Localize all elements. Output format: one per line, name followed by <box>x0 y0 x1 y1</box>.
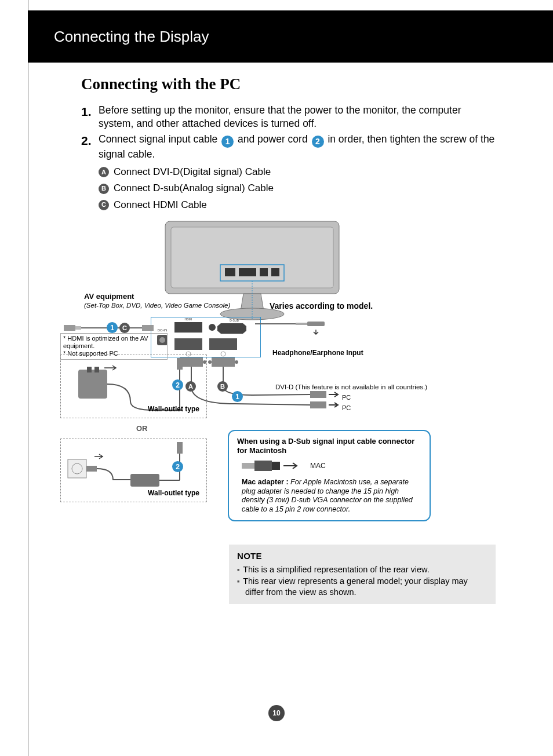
letter-b-icon: B <box>99 184 109 194</box>
header-bar: Connecting the Display <box>28 10 553 63</box>
mac-connector-icon <box>242 458 305 473</box>
step-1-number: 1. <box>81 104 95 130</box>
badge-1-hdmi: 1 <box>107 322 118 333</box>
svg-rect-12 <box>174 322 202 333</box>
svg-rect-45 <box>68 459 86 478</box>
headphone-plug-icon <box>255 318 330 335</box>
av-equipment-title: AV equipment <box>84 293 230 301</box>
note-item-2: This rear view represents a general mode… <box>245 576 487 598</box>
manual-page: Connecting the Display Connecting with t… <box>0 0 553 756</box>
svg-rect-20 <box>64 325 75 331</box>
svg-rect-54 <box>272 462 280 470</box>
svg-rect-21 <box>75 326 81 330</box>
mac-adapter-box: When using a D-Sub signal input cable co… <box>228 430 431 521</box>
note-box: NOTE This is a simplified representation… <box>229 545 496 604</box>
av-equipment-label: AV equipment (Set-Top Box, DVD, Video, V… <box>84 293 230 310</box>
svg-rect-3 <box>225 268 235 276</box>
svg-rect-40 <box>87 367 92 372</box>
badge-1-icon: 1 <box>221 136 234 148</box>
page-fold-line <box>28 0 29 756</box>
svg-text:D-SUB: D-SUB <box>230 319 239 322</box>
svg-rect-47 <box>86 466 97 472</box>
wall-outlet-box-1: 2 Wall-outlet type <box>60 355 207 418</box>
svg-rect-1 <box>171 227 333 288</box>
step-1: 1. Before setting up the monitor, ensure… <box>81 104 498 130</box>
step-1-text: Before setting up the monitor, ensure th… <box>99 104 498 130</box>
headphone-label: Headphone/Earphone Input <box>272 349 363 357</box>
mac-lead: Mac adapter : <box>242 478 290 486</box>
badge-2-adapter-1: 2 <box>172 379 183 390</box>
svg-rect-5 <box>260 268 268 276</box>
svg-point-32 <box>208 360 212 364</box>
svg-rect-25 <box>296 323 307 325</box>
sub-item-a: A Connect DVI-D(Digital signal) Cable <box>99 165 498 180</box>
svg-rect-4 <box>239 268 256 276</box>
connector-panel-icon: DC-IN HDMI D-SUB <box>151 317 261 358</box>
pc-label-1: PC <box>342 394 351 401</box>
svg-rect-23 <box>142 325 154 331</box>
section-heading: Connecting with the PC <box>81 75 498 93</box>
step-2-pre: Connect signal input cable <box>99 133 220 145</box>
dvi-d-label: DVI-D (This feature is not available in … <box>275 384 427 390</box>
badge-2-icon: 2 <box>312 136 324 148</box>
svg-rect-48 <box>130 474 159 487</box>
varies-label: Varies according to model. <box>270 301 373 311</box>
mac-box-title: When using a D-Sub signal input cable co… <box>237 437 421 455</box>
svg-rect-43 <box>177 358 183 370</box>
mac-label: MAC <box>310 462 326 470</box>
sub-item-b-text: Connect D-sub(Analog signal) Cable <box>114 181 274 196</box>
svg-rect-52 <box>242 463 254 469</box>
letter-b-diagram: B <box>217 381 228 392</box>
sub-item-c-text: Connect HDMI Cable <box>114 198 207 213</box>
svg-rect-39 <box>78 370 107 399</box>
svg-line-37 <box>252 395 310 395</box>
svg-rect-6 <box>271 268 279 276</box>
mac-body-text: Mac adapter : For Apple Macintosh use, a… <box>242 478 421 514</box>
svg-rect-35 <box>310 391 326 398</box>
note-heading: NOTE <box>237 550 487 562</box>
badge-2-adapter-2: 2 <box>172 461 183 472</box>
svg-point-14 <box>209 324 216 331</box>
wall-outlet-label-1: Wall-outlet type <box>148 405 199 413</box>
wall-outlet-box-2: 2 Wall-outlet type <box>60 439 207 502</box>
svg-line-38 <box>235 404 310 405</box>
svg-rect-36 <box>310 401 326 408</box>
sub-item-b: B Connect D-sub(Analog signal) Cable <box>99 181 498 196</box>
svg-text:HDMI: HDMI <box>185 317 192 321</box>
svg-rect-51 <box>177 442 183 454</box>
svg-rect-31 <box>212 357 235 367</box>
letter-c-hdmi: C <box>119 323 130 333</box>
letter-c-icon: C <box>99 200 109 210</box>
svg-rect-16 <box>174 338 202 350</box>
svg-point-33 <box>235 360 238 364</box>
sub-item-a-text: Connect DVI-D(Digital signal) Cable <box>114 165 271 180</box>
mac-connector-row: MAC <box>242 458 421 473</box>
svg-rect-24 <box>307 322 325 326</box>
wall-outlet-label-2: Wall-outlet type <box>148 489 199 497</box>
svg-rect-17 <box>209 338 237 350</box>
content-area: Connecting with the PC 1. Before setting… <box>81 75 498 554</box>
note-item-1: This is a simplified representation of t… <box>245 564 487 576</box>
or-label: OR <box>136 424 148 433</box>
badge-1-cables: 1 <box>232 391 243 402</box>
svg-text:DC-IN: DC-IN <box>158 328 168 332</box>
step-2-number: 2. <box>81 133 95 161</box>
hdmi-note-line1: * HDMI is optimized on the AV equipment. <box>63 335 165 350</box>
note-list: This is a simplified representation of t… <box>237 564 487 598</box>
av-equipment-sub: (Set-Top Box, DVD, Video, Video Game Con… <box>84 302 230 309</box>
step-2: 2. Connect signal input cable 1 and powe… <box>81 133 498 161</box>
step-2-mid: and power cord <box>238 133 311 145</box>
letter-a-icon: A <box>99 167 109 177</box>
connection-diagram: Varies according to model. AV equipment … <box>81 218 487 554</box>
svg-rect-53 <box>254 461 272 471</box>
svg-rect-41 <box>94 367 99 372</box>
svg-point-19 <box>221 352 225 356</box>
header-title: Connecting the Display <box>54 28 209 46</box>
page-number-badge: 10 <box>268 705 285 721</box>
cable-sub-list: A Connect DVI-D(Digital signal) Cable B … <box>99 165 498 213</box>
pc-label-2: PC <box>342 404 351 411</box>
sub-item-c: C Connect HDMI Cable <box>99 198 498 213</box>
step-2-text: Connect signal input cable 1 and power c… <box>99 133 498 161</box>
